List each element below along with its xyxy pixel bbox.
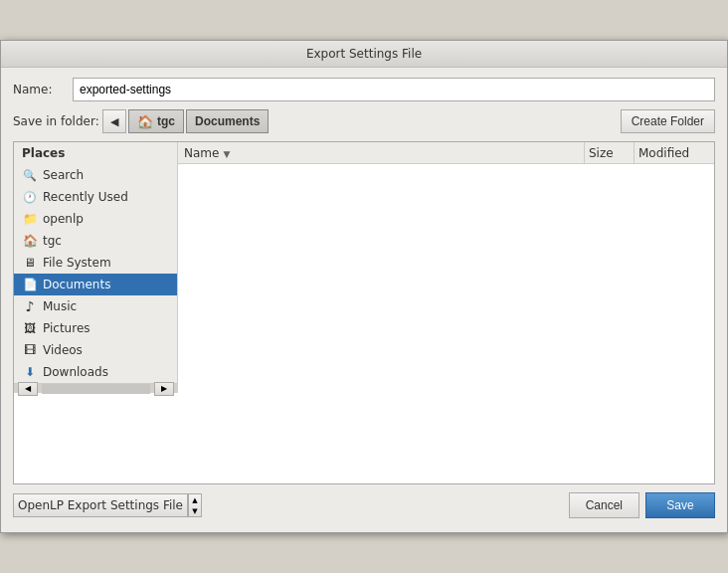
folder-label: Save in folder: [13, 114, 102, 128]
downloads-icon [22, 364, 38, 380]
sidebar-item-label: File System [43, 256, 111, 270]
sidebar-item-label: Videos [43, 343, 83, 357]
file-type-up-arrow[interactable]: ▲ [189, 494, 201, 505]
file-type-arrows[interactable]: ▲ ▼ [188, 493, 202, 517]
file-pane: Name Size Modified [178, 142, 714, 483]
search-icon [22, 167, 38, 183]
folder-nav: ◀ tgc Documents Create Folder [102, 109, 715, 133]
videos-icon [22, 342, 38, 358]
cancel-button[interactable]: Cancel [569, 492, 639, 518]
sidebar-item-label: Search [43, 168, 84, 182]
col-name[interactable]: Name [178, 142, 585, 163]
music-icon [22, 298, 38, 314]
scrollbar-right-button[interactable]: ▶ [154, 382, 174, 396]
scrollbar-track[interactable] [42, 384, 150, 394]
main-panel: Places Search Recently Used openlp [13, 141, 715, 484]
save-button[interactable]: Save [645, 492, 715, 518]
file-type-select[interactable]: OpenLP Export Settings File [13, 493, 188, 517]
col-size[interactable]: Size [585, 142, 635, 163]
sidebar-item-label: openlp [43, 212, 84, 226]
sidebar-item-recently-used[interactable]: Recently Used [14, 186, 177, 208]
name-input[interactable] [73, 78, 715, 101]
dialog-title: Export Settings File [1, 41, 727, 68]
folder-row: Save in folder: ◀ tgc Documents Create F… [13, 109, 715, 133]
recent-icon [22, 189, 38, 205]
sidebar-item-label: Downloads [43, 365, 108, 379]
sidebar-item-tgc[interactable]: tgc [14, 230, 177, 252]
home-icon [22, 233, 38, 249]
pictures-icon [22, 320, 38, 336]
col-modified[interactable]: Modified [635, 142, 714, 163]
sidebar-item-label: Documents [43, 278, 110, 291]
sidebar-item-openlp[interactable]: openlp [14, 208, 177, 230]
filesystem-icon [22, 255, 38, 271]
sidebar-item-file-system[interactable]: File System [14, 252, 177, 274]
sidebar-item-music[interactable]: Music [14, 295, 177, 317]
places-header: Places [14, 142, 177, 164]
sidebar-item-label: tgc [43, 234, 62, 248]
sidebar-item-search[interactable]: Search [14, 164, 177, 186]
file-type-down-arrow[interactable]: ▼ [189, 505, 201, 516]
sidebar: Places Search Recently Used openlp [14, 142, 178, 383]
tgc-breadcrumb[interactable]: tgc [128, 109, 184, 133]
name-row: Name: [13, 78, 715, 101]
name-label: Name: [13, 83, 73, 96]
sidebar-item-pictures[interactable]: Pictures [14, 317, 177, 339]
create-folder-button[interactable]: Create Folder [621, 109, 715, 133]
sidebar-scrollbar: ◀ ▶ [14, 383, 178, 393]
scrollbar-left-button[interactable]: ◀ [18, 382, 38, 396]
filter-icon [223, 146, 230, 160]
export-dialog: Export Settings File Name: Save in folde… [0, 40, 728, 533]
tgc-home-icon [137, 114, 153, 129]
file-content [178, 164, 714, 483]
documents-breadcrumb[interactable]: Documents [186, 109, 269, 133]
folder-icon [22, 211, 38, 227]
sidebar-item-videos[interactable]: Videos [14, 339, 177, 361]
sidebar-item-documents[interactable]: Documents [14, 274, 177, 295]
documents-icon [22, 277, 38, 292]
sidebar-container: Places Search Recently Used openlp [14, 142, 178, 483]
bottom-row: OpenLP Export Settings File ▲ ▼ Cancel S… [13, 484, 715, 522]
sidebar-item-label: Music [43, 299, 77, 313]
back-button[interactable]: ◀ [102, 109, 126, 133]
sidebar-item-downloads[interactable]: Downloads [14, 361, 177, 383]
sidebar-item-label: Recently Used [43, 190, 128, 204]
file-type-wrapper: OpenLP Export Settings File ▲ ▼ [13, 493, 202, 517]
sidebar-item-label: Pictures [43, 321, 91, 335]
dialog-body: Name: Save in folder: ◀ tgc Documents Cr… [1, 68, 727, 532]
file-list-header: Name Size Modified [178, 142, 714, 164]
